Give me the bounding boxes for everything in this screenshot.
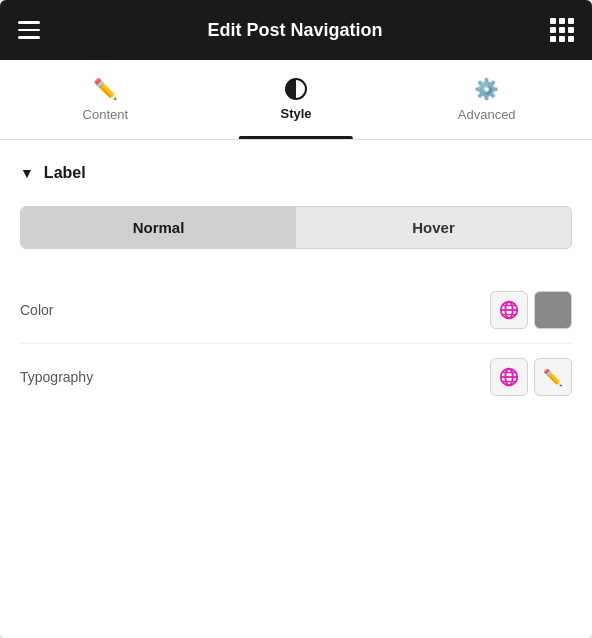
pencil-icon: ✏️ bbox=[543, 368, 563, 387]
hamburger-icon[interactable] bbox=[18, 21, 40, 39]
tabs-bar: ✏️ Content Style ⚙️ Advanced bbox=[0, 60, 592, 140]
color-swatch-button[interactable] bbox=[534, 291, 572, 329]
section-title: Label bbox=[44, 164, 86, 182]
typography-label: Typography bbox=[20, 369, 93, 385]
tab-content-label: Content bbox=[83, 107, 129, 122]
color-globe-button[interactable] bbox=[490, 291, 528, 329]
typography-setting-row: Typography ✏️ bbox=[20, 344, 572, 410]
content-area: ▼ Label Normal Hover Color bbox=[0, 140, 592, 638]
section-header: ▼ Label bbox=[20, 164, 572, 182]
tab-advanced[interactable]: ⚙️ Advanced bbox=[391, 60, 582, 139]
header: Edit Post Navigation bbox=[0, 0, 592, 60]
pencil-tab-icon: ✏️ bbox=[93, 77, 118, 101]
color-setting-row: Color bbox=[20, 277, 572, 344]
tab-style-label: Style bbox=[280, 106, 311, 121]
panel: Edit Post Navigation ✏️ Content Style ⚙️… bbox=[0, 0, 592, 638]
gear-tab-icon: ⚙️ bbox=[474, 77, 499, 101]
color-label: Color bbox=[20, 302, 53, 318]
color-controls bbox=[490, 291, 572, 329]
header-title: Edit Post Navigation bbox=[207, 20, 382, 41]
typography-controls: ✏️ bbox=[490, 358, 572, 396]
toggle-normal-button[interactable]: Normal bbox=[21, 207, 296, 248]
toggle-hover-button[interactable]: Hover bbox=[296, 207, 571, 248]
section-arrow: ▼ bbox=[20, 165, 34, 181]
tab-content[interactable]: ✏️ Content bbox=[10, 60, 201, 139]
grid-icon[interactable] bbox=[550, 18, 574, 42]
tab-style[interactable]: Style bbox=[201, 60, 392, 139]
tab-advanced-label: Advanced bbox=[458, 107, 516, 122]
typography-globe-button[interactable] bbox=[490, 358, 528, 396]
half-circle-icon bbox=[285, 78, 307, 100]
state-toggle-group: Normal Hover bbox=[20, 206, 572, 249]
typography-edit-button[interactable]: ✏️ bbox=[534, 358, 572, 396]
